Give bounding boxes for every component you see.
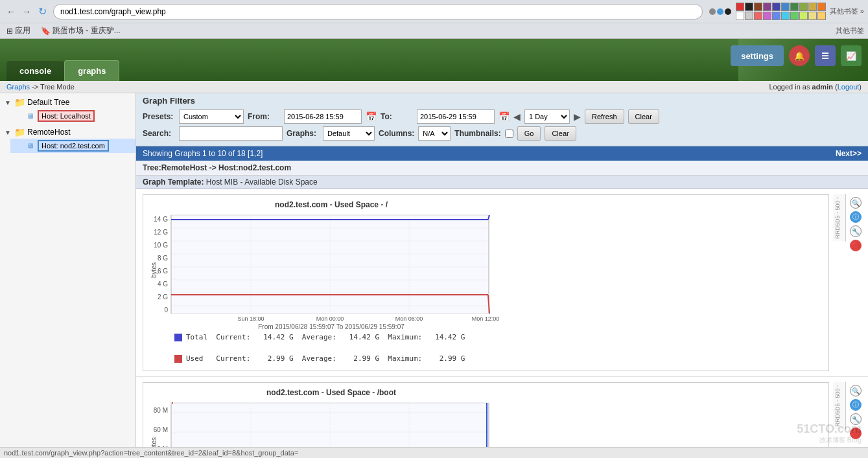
sidebar-label-localhost: Host: Localhost bbox=[38, 110, 95, 122]
graph-filters: Graph Filters Presets: Custom From: 📅 To… bbox=[136, 93, 868, 146]
go-button[interactable]: Go bbox=[517, 126, 541, 141]
color-medgreen[interactable] bbox=[790, 12, 799, 20]
menu-button[interactable]: ☰ bbox=[815, 45, 836, 66]
right-arrow-icon[interactable]: ▶ bbox=[574, 111, 581, 122]
clear2-button[interactable]: Clear bbox=[545, 126, 576, 141]
graph-container-1: nod2.test.com - Used Space - / 14 G 12 G… bbox=[136, 189, 868, 377]
period-select[interactable]: 1 Day bbox=[524, 109, 570, 124]
settings-button[interactable]: settings bbox=[731, 45, 784, 66]
filter-row-2: Search: Graphs: Default Columns: N/A Thu… bbox=[143, 126, 862, 141]
logout-link[interactable]: Logout bbox=[838, 83, 860, 91]
status-bar: nod1.test.com/graph_view.php?action=tree… bbox=[0, 447, 868, 458]
username-label: admin bbox=[812, 83, 833, 91]
app-header: console graphs settings 🔔 ☰ 📈 bbox=[0, 39, 868, 81]
watermark-sub: 技术博客 Blog bbox=[797, 436, 862, 445]
graph-canvas-1: nod2.test.com - Used Space - / 14 G 12 G… bbox=[143, 195, 519, 371]
sidebar: ▼ 📁 Default Tree 🖥 Host: Localhost ▼ 📁 R… bbox=[0, 93, 136, 458]
svg-text:10 G: 10 G bbox=[154, 242, 168, 249]
info-icon-2[interactable]: ⓘ bbox=[850, 399, 862, 411]
address-bar[interactable] bbox=[53, 4, 703, 19]
from-calendar-icon[interactable]: 📅 bbox=[366, 111, 377, 122]
status-text: nod1.test.com/graph_view.php?action=tree… bbox=[4, 449, 298, 457]
color-black[interactable] bbox=[745, 3, 753, 11]
other-bookmarks[interactable]: 其他书签 » bbox=[830, 6, 864, 16]
tree-toggle-remote: ▼ bbox=[4, 128, 12, 136]
color-lightgreen[interactable] bbox=[799, 3, 808, 11]
tab-graphs[interactable]: graphs bbox=[64, 60, 119, 81]
color-purple[interactable] bbox=[763, 3, 771, 11]
legend-color-total bbox=[174, 334, 182, 341]
color-lightyellow[interactable] bbox=[808, 12, 817, 20]
browser-toolbar: ← → ↻ bbox=[0, 0, 868, 23]
zoom-icon-2[interactable]: 🔍 bbox=[850, 385, 862, 396]
presets-label: Presets: bbox=[143, 112, 175, 121]
breadcrumb-graphs-link[interactable]: Graphs bbox=[6, 83, 30, 91]
color-blue[interactable] bbox=[772, 3, 780, 11]
color-gold[interactable] bbox=[817, 12, 826, 20]
color-pink[interactable] bbox=[763, 12, 771, 20]
graph-title-2: nod2.test.com - Used Space - /boot bbox=[148, 388, 514, 397]
svg-text:6 G: 6 G bbox=[158, 268, 168, 275]
tree-path-host-name: nod2.test.com bbox=[239, 163, 291, 172]
svg-text:2 G: 2 G bbox=[158, 293, 168, 301]
apps-icon: ⊞ bbox=[6, 27, 13, 36]
color-green[interactable] bbox=[790, 3, 799, 11]
results-bar: Showing Graphs 1 to 10 of 18 [1,2] Next>… bbox=[136, 146, 868, 161]
content-area: Graph Filters Presets: Custom From: 📅 To… bbox=[136, 93, 868, 458]
color-medblue[interactable] bbox=[772, 12, 780, 20]
wrench-icon-1[interactable]: 🔧 bbox=[850, 225, 862, 237]
to-calendar-icon[interactable]: 📅 bbox=[499, 111, 510, 122]
refresh-button[interactable]: Refresh bbox=[585, 109, 624, 124]
presets-select[interactable]: Custom bbox=[179, 109, 244, 124]
color-lightblue[interactable] bbox=[781, 3, 790, 11]
color-yellow[interactable] bbox=[808, 3, 817, 11]
browser-refresh-button[interactable]: ↻ bbox=[35, 5, 49, 19]
sidebar-item-remotehost[interactable]: ▼ 📁 RemoteHost bbox=[0, 126, 135, 139]
zoom-icon-1[interactable]: 🔍 bbox=[850, 197, 862, 209]
chart-button[interactable]: 📈 bbox=[841, 45, 862, 66]
color-lightred[interactable] bbox=[754, 12, 762, 20]
color-red[interactable] bbox=[736, 3, 744, 11]
color-white[interactable] bbox=[736, 12, 744, 20]
color-lightgray[interactable] bbox=[745, 12, 753, 20]
svg-text:0: 0 bbox=[164, 306, 168, 314]
clear-button[interactable]: Clear bbox=[628, 109, 659, 124]
bookmark-market[interactable]: 🔖 跳蛋市场 - 重庆驴... bbox=[38, 25, 123, 37]
folder-icon-remote: 📁 bbox=[14, 127, 25, 137]
search-input[interactable] bbox=[179, 126, 283, 141]
header-buttons: settings 🔔 ☰ 📈 bbox=[731, 45, 862, 66]
info-icon-1[interactable]: ⓘ bbox=[850, 211, 862, 223]
to-input[interactable] bbox=[417, 109, 495, 124]
bookmark-apps[interactable]: ⊞ 应用 bbox=[4, 25, 33, 37]
thumbnails-label: Thumbnails: bbox=[454, 129, 500, 138]
nod2-indent: 🖥 Host: nod2.test.com bbox=[10, 139, 135, 153]
tree-toggle-default: ▼ bbox=[4, 98, 12, 106]
columns-label: Columns: bbox=[379, 129, 414, 138]
from-label: From: bbox=[248, 112, 280, 121]
search-label: Search: bbox=[143, 129, 175, 138]
tab-console[interactable]: console bbox=[6, 61, 64, 81]
notification-button[interactable]: 🔔 bbox=[789, 45, 810, 66]
back-button[interactable]: ← bbox=[4, 5, 18, 19]
sidebar-item-nod2[interactable]: 🖥 Host: nod2.test.com bbox=[10, 139, 135, 153]
graphs-select[interactable]: Default bbox=[323, 126, 375, 141]
forward-button[interactable]: → bbox=[19, 5, 34, 19]
graph-wrapper-1: nod2.test.com - Used Space - / 14 G 12 G… bbox=[143, 194, 829, 371]
columns-select[interactable]: N/A bbox=[418, 126, 451, 141]
color-orange[interactable] bbox=[817, 3, 826, 11]
sidebar-item-localhost[interactable]: 🖥 Host: Localhost bbox=[10, 109, 135, 123]
dot-selected-icon bbox=[717, 8, 723, 15]
thumbnails-checkbox[interactable] bbox=[505, 130, 513, 138]
color-cyan[interactable] bbox=[781, 12, 790, 20]
left-arrow-icon[interactable]: ◀ bbox=[513, 111, 521, 122]
sidebar-label-nod2: Host: nod2.test.com bbox=[38, 140, 109, 152]
from-input[interactable] bbox=[284, 109, 362, 124]
color-brown[interactable] bbox=[754, 3, 762, 11]
sidebar-item-default-tree[interactable]: ▼ 📁 Default Tree bbox=[0, 96, 135, 109]
legend-text-total: Total Current: 14.42 G Average: 14.42 G … bbox=[186, 333, 465, 341]
next-button[interactable]: Next>> bbox=[836, 149, 862, 158]
legend-color-used bbox=[174, 355, 182, 363]
color-yellowgreen[interactable] bbox=[799, 12, 808, 20]
to-label: To: bbox=[381, 112, 413, 121]
delete-icon-1[interactable]: 🚫 bbox=[850, 240, 862, 251]
